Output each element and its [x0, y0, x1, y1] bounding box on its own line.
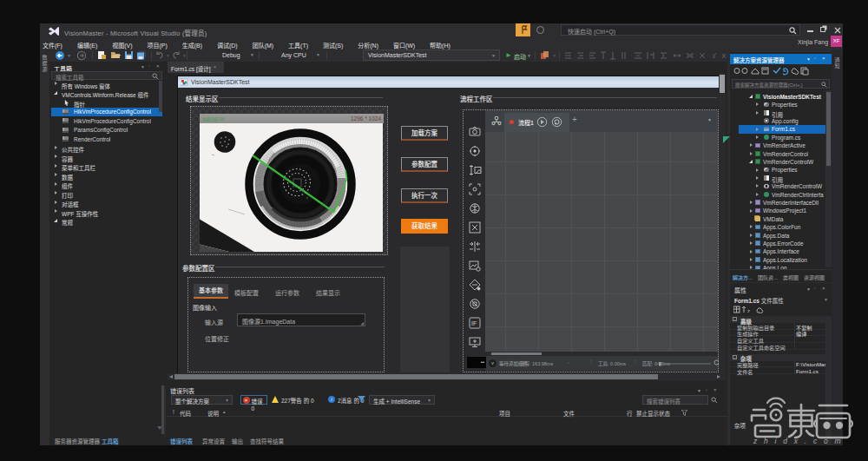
svg-text:IF: IF [471, 320, 477, 326]
svg-text:z: z [747, 308, 750, 313]
svg-text:zhidx.com: zhidx.com [753, 437, 847, 445]
